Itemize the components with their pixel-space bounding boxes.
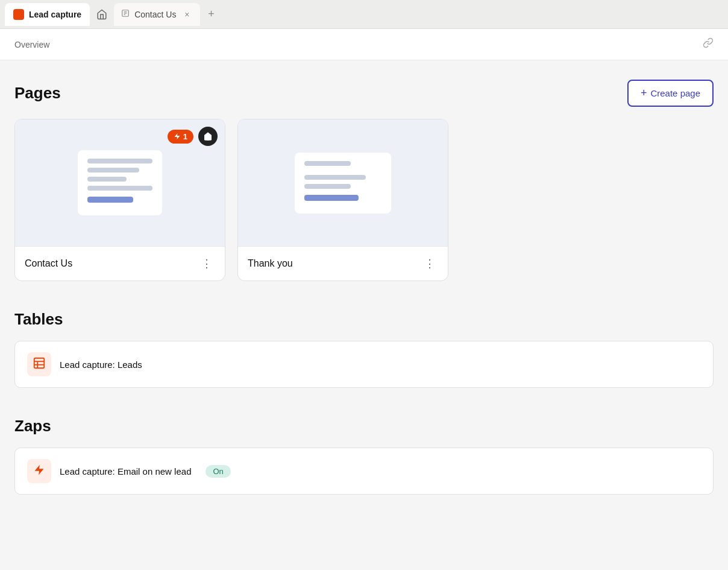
- mock-line: [304, 184, 351, 189]
- page-card-badges: 1: [168, 127, 218, 146]
- main-content: Pages + Create page: [0, 60, 728, 514]
- mock-button-line: [87, 197, 133, 203]
- new-tab-button[interactable]: +: [201, 5, 221, 24]
- page-card-contact-us[interactable]: 1 Contact Us ⋮: [14, 119, 225, 281]
- app-icon: [13, 9, 24, 20]
- table-icon-wrap: [27, 352, 51, 376]
- zap-icon-wrap: [27, 459, 51, 483]
- page-card-name-thank-you: Thank you: [248, 258, 293, 269]
- new-tab-icon: +: [208, 8, 215, 21]
- mock-line: [87, 186, 152, 191]
- pages-section: Pages + Create page: [14, 80, 714, 281]
- create-page-button[interactable]: + Create page: [627, 80, 714, 107]
- mock-button-line: [304, 195, 359, 201]
- tab-bar: Lead capture Contact Us × +: [0, 0, 728, 29]
- bolt-icon-zap: [33, 464, 45, 476]
- page-card-footer-contact-us: Contact Us ⋮: [15, 246, 225, 280]
- page-tab-icon: [121, 9, 130, 19]
- page-more-menu-thank-you[interactable]: ⋮: [421, 255, 438, 272]
- zap-card-label: Lead capture: Email on new lead: [60, 466, 191, 477]
- zaps-section-header: Zaps: [14, 417, 714, 435]
- bolt-icon: [174, 133, 181, 140]
- home-icon: [96, 9, 107, 20]
- svg-rect-5: [34, 358, 45, 368]
- breadcrumb-bar: Overview: [0, 29, 728, 60]
- app-tab[interactable]: Lead capture: [5, 3, 90, 26]
- page-preview-mock-lg: [295, 153, 391, 214]
- link-icon[interactable]: [703, 37, 714, 51]
- svg-marker-4: [174, 133, 180, 139]
- pages-grid: 1 Contact Us ⋮: [14, 119, 714, 281]
- page-card-thank-you[interactable]: Thank you ⋮: [237, 119, 448, 281]
- create-page-label: Create page: [650, 88, 700, 98]
- table-icon: [33, 356, 46, 373]
- app-tab-label: Lead capture: [29, 10, 81, 19]
- grid-icon: [33, 356, 46, 370]
- zap-bolt-icon: [33, 464, 45, 479]
- page-preview-mock: [78, 150, 162, 215]
- close-tab-button[interactable]: ×: [181, 8, 193, 21]
- mock-line: [87, 159, 152, 163]
- tables-section: Tables Lead capture: Leads: [14, 310, 714, 388]
- svg-marker-9: [35, 464, 44, 475]
- page-card-name-contact-us: Contact Us: [25, 258, 72, 269]
- home-badge: [198, 127, 218, 146]
- mock-line: [87, 177, 127, 182]
- home-tab[interactable]: [91, 4, 113, 25]
- breadcrumb: Overview: [14, 40, 49, 49]
- pages-section-header: Pages + Create page: [14, 80, 714, 107]
- mock-line: [304, 175, 366, 180]
- zaps-section: Zaps Lead capture: Email on new lead On: [14, 417, 714, 495]
- page-card-footer-thank-you: Thank you ⋮: [238, 246, 448, 280]
- page-more-menu-contact-us[interactable]: ⋮: [198, 255, 215, 272]
- create-page-plus-icon: +: [641, 87, 647, 100]
- bolt-badge: 1: [168, 130, 193, 144]
- table-card-leads[interactable]: Lead capture: Leads: [14, 341, 714, 388]
- zap-card-email[interactable]: Lead capture: Email on new lead On: [14, 448, 714, 495]
- table-card-label: Lead capture: Leads: [60, 359, 142, 370]
- page-card-preview-contact-us: 1: [15, 119, 225, 246]
- tables-section-header: Tables: [14, 310, 714, 329]
- home-badge-icon: [203, 131, 213, 141]
- status-badge: On: [206, 465, 230, 478]
- page-tab-label: Contact Us: [134, 10, 176, 19]
- contact-us-tab[interactable]: Contact Us ×: [114, 3, 200, 26]
- tables-title: Tables: [14, 310, 63, 329]
- pages-title: Pages: [14, 84, 61, 103]
- page-card-preview-thank-you: [238, 119, 448, 246]
- zaps-title: Zaps: [14, 417, 51, 435]
- mock-line: [304, 161, 351, 166]
- mock-line: [87, 168, 139, 173]
- bolt-badge-count: 1: [183, 132, 187, 141]
